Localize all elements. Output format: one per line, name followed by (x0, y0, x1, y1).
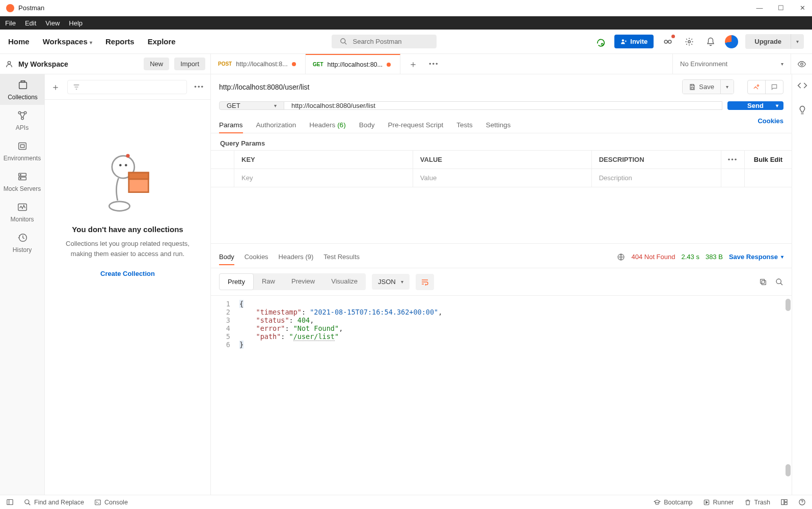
new-button[interactable]: New (144, 58, 169, 70)
rail-environments[interactable]: Environments (0, 135, 44, 166)
layout-icon[interactable] (780, 498, 788, 506)
copy-icon[interactable] (759, 278, 767, 286)
rail-monitors[interactable]: Monitors (0, 196, 44, 227)
request-area: POST http://localhost:8... GET http://lo… (211, 54, 812, 495)
environment-preview-icon[interactable] (791, 54, 812, 74)
cookies-link[interactable]: Cookies (757, 117, 783, 133)
upgrade-button[interactable]: Upgrade ▾ (745, 34, 804, 49)
response-type-select[interactable]: JSON ▾ (372, 274, 410, 290)
close-icon[interactable]: ✕ (799, 4, 806, 12)
method-select[interactable]: GET ▾ (219, 101, 284, 110)
url-input[interactable]: http://localhost:8080/user/list (284, 101, 722, 110)
bulk-edit-link[interactable]: Bulk Edit (745, 151, 792, 168)
view-pretty[interactable]: Pretty (219, 273, 254, 290)
notifications-icon[interactable] (703, 35, 718, 49)
environment-select[interactable]: No Environment ▾ (672, 54, 791, 74)
settings-icon[interactable] (682, 35, 696, 49)
request-tab[interactable]: GET http://localhost:80... (306, 54, 400, 74)
more-icon[interactable]: ••• (194, 83, 204, 91)
network-icon[interactable] (617, 253, 625, 261)
trash-button[interactable]: Trash (744, 499, 771, 506)
filter-input[interactable] (67, 80, 187, 94)
resp-tab-tests[interactable]: Test Results (323, 249, 360, 265)
tabs-more-icon[interactable]: ••• (429, 60, 439, 68)
menubar: File Edit View Help (0, 16, 812, 30)
tab-settings[interactable]: Settings (486, 117, 511, 133)
nav-reports[interactable]: Reports (105, 37, 134, 46)
rail-history[interactable]: History (0, 227, 44, 258)
bootcamp-button[interactable]: Bootcamp (654, 499, 692, 506)
nav-workspaces[interactable]: Workspaces ▾ (43, 37, 92, 46)
rail-apis[interactable]: APIs (0, 105, 44, 135)
resp-tab-body[interactable]: Body (219, 249, 234, 265)
value-input[interactable]: Value (413, 169, 592, 187)
svg-point-6 (688, 40, 691, 43)
request-tab[interactable]: POST http://localhost:8... (211, 54, 306, 74)
search-input[interactable]: Search Postman (332, 35, 437, 48)
chevron-down-icon[interactable]: ▾ (791, 34, 804, 49)
menu-edit[interactable]: Edit (25, 19, 36, 27)
svg-point-7 (8, 61, 10, 64)
hint-icon[interactable] (797, 105, 807, 115)
rail-mock-servers[interactable]: Mock Servers (0, 166, 44, 196)
tab-authorization[interactable]: Authorization (256, 117, 296, 133)
chevron-down-icon[interactable]: ▾ (776, 103, 778, 108)
description-input[interactable]: Description (592, 169, 721, 187)
svg-rect-13 (20, 145, 24, 148)
nav-home[interactable]: Home (8, 37, 30, 46)
console-button[interactable]: Console (94, 499, 128, 506)
response-body[interactable]: 1{ 2 "timestamp": "2021-08-15T07:16:54.3… (211, 296, 792, 495)
menu-view[interactable]: View (45, 19, 60, 27)
code-icon[interactable] (797, 80, 807, 91)
tab-body[interactable]: Body (359, 117, 375, 133)
resp-tab-headers[interactable]: Headers (9) (279, 249, 314, 265)
invite-button[interactable]: Invite (614, 35, 654, 48)
runner-button[interactable]: Runner (703, 499, 734, 506)
row-options-icon[interactable]: ••• (721, 151, 745, 168)
menu-file[interactable]: File (5, 19, 16, 27)
wrap-lines-icon[interactable] (416, 274, 434, 290)
tab-params[interactable]: Params (219, 117, 243, 133)
key-input[interactable]: Key (234, 169, 413, 187)
comment-mode-icon[interactable] (766, 80, 783, 94)
menu-help[interactable]: Help (69, 19, 83, 27)
bootcamp-label: Bootcamp (664, 499, 692, 506)
scrollbar-thumb[interactable] (786, 299, 791, 311)
url-value: http://localhost:8080/user/list (291, 102, 375, 109)
svg-rect-18 (18, 204, 26, 211)
add-tab-icon[interactable]: ＋ (409, 58, 418, 70)
tab-tests[interactable]: Tests (456, 117, 473, 133)
help-icon[interactable] (798, 498, 806, 506)
tab-prerequest[interactable]: Pre-request Script (388, 117, 443, 133)
view-raw[interactable]: Raw (254, 273, 283, 290)
create-collection-link[interactable]: Create Collection (100, 270, 155, 277)
svg-point-3 (622, 39, 624, 41)
chevron-down-icon[interactable]: ▾ (720, 80, 734, 94)
nav-explore[interactable]: Explore (148, 37, 176, 46)
resp-tab-cookies[interactable]: Cookies (245, 249, 268, 265)
capture-icon[interactable] (661, 35, 675, 49)
avatar[interactable] (725, 35, 738, 48)
svg-point-26 (109, 202, 129, 211)
sidebar-toggle-icon[interactable] (6, 498, 14, 506)
request-title[interactable]: http://localhost:8080/user/list (219, 83, 677, 91)
view-visualize[interactable]: Visualize (323, 273, 366, 290)
maximize-icon[interactable]: ☐ (777, 4, 784, 12)
find-replace-button[interactable]: Find and Replace (24, 499, 84, 506)
search-response-icon[interactable] (775, 278, 783, 286)
sync-icon[interactable] (593, 35, 607, 49)
scrollbar-thumb[interactable] (786, 464, 791, 476)
workspace-name[interactable]: My Workspace (18, 60, 139, 68)
import-button[interactable]: Import (174, 58, 205, 70)
history-icon (17, 232, 28, 243)
rail-collections[interactable]: Collections (0, 74, 44, 105)
view-preview[interactable]: Preview (283, 273, 323, 290)
plus-icon[interactable]: ＋ (51, 81, 60, 93)
save-button[interactable]: Save ▾ (682, 79, 734, 94)
tab-headers[interactable]: Headers (6) (309, 117, 345, 133)
minimize-icon[interactable]: — (756, 4, 763, 12)
send-button[interactable]: Send ▾ (727, 101, 783, 110)
svg-rect-32 (761, 279, 765, 283)
save-response-link[interactable]: Save Response ▾ (729, 253, 783, 261)
build-mode-icon[interactable] (748, 80, 766, 94)
